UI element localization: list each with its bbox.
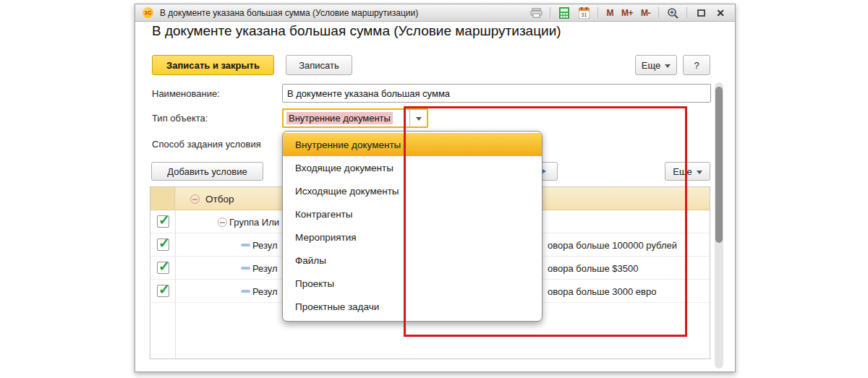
screenshot-canvas: 1С В документе указана большая сумма (Ус… [0, 0, 868, 378]
dash-icon [241, 244, 250, 246]
titlebar-separator [550, 7, 550, 18]
memory-m-plus-button[interactable]: M+ [620, 7, 634, 20]
row-checkbox[interactable]: ✓ [157, 239, 169, 251]
window-title: В документе указана большая сумма (Услов… [160, 8, 418, 18]
dash-icon [241, 290, 250, 293]
checkbox-column-header [150, 187, 175, 210]
memory-m-minus-button[interactable]: M- [639, 7, 652, 20]
row-label: Резул [252, 257, 283, 280]
add-condition-label: Добавить условие [167, 166, 247, 177]
vertical-scrollbar[interactable] [715, 82, 723, 369]
save-and-close-button[interactable]: Записать и закрыть [152, 55, 274, 75]
combo-dropdown-button[interactable] [409, 110, 427, 126]
row-label: Резул [252, 233, 283, 257]
save-label: Записать [299, 60, 339, 71]
save-and-close-label: Записать и закрыть [166, 60, 260, 71]
dropdown-item[interactable]: Внутренние документы [283, 133, 542, 156]
collapse-icon[interactable] [218, 218, 227, 227]
object-type-combobox[interactable]: Внутренние документы [282, 108, 428, 128]
row-right-text: овора больше 3000 евро [548, 280, 656, 303]
check-icon: ✓ [158, 235, 170, 252]
dropdown-item[interactable]: Контрагенты [283, 202, 542, 225]
memory-m-button[interactable]: M [605, 7, 615, 20]
chevron-down-icon [416, 117, 422, 121]
row-right-text: овора больше 100000 рублей [548, 233, 677, 257]
dash-icon [241, 267, 250, 270]
save-button[interactable]: Записать [286, 55, 352, 75]
titlebar-separator [597, 7, 598, 18]
column-separator [175, 187, 176, 358]
condition-method-label: Способ задания условия [152, 139, 261, 150]
object-type-label: Тип объекта: [152, 113, 208, 124]
row-right-text: овора больше $3500 [548, 257, 638, 280]
dropdown-item[interactable]: Файлы [283, 249, 542, 272]
calendar-icon[interactable]: 31 [576, 7, 591, 20]
more-label: Еще [642, 60, 660, 71]
dropdown-item[interactable]: Исходящие документы [283, 179, 542, 202]
titlebar-separator [686, 7, 687, 18]
calculator-icon[interactable] [557, 7, 571, 20]
titlebar[interactable]: 1С В документе указана большая сумма (Ус… [135, 4, 735, 22]
object-type-dropdown-list[interactable]: Внутренние документы Входящие документы … [282, 131, 542, 322]
add-condition-button[interactable]: Добавить условие [151, 162, 263, 181]
name-field-label: Наименование: [152, 88, 220, 99]
row-label: Резул [252, 280, 283, 303]
page-title: В документе указана большая сумма (Услов… [152, 23, 561, 39]
row-label: Группа Или [229, 210, 283, 233]
chevron-down-icon [697, 171, 702, 174]
dropdown-item[interactable]: Входящие документы [283, 156, 542, 179]
1c-logo-icon: 1С [142, 7, 153, 18]
name-input[interactable] [282, 84, 711, 103]
object-type-value: Внутренние документы [286, 112, 393, 124]
row-checkbox[interactable]: ✓ [157, 215, 169, 228]
collapse-icon[interactable] [190, 194, 200, 204]
row-checkbox[interactable]: ✓ [157, 285, 169, 297]
more-button-top[interactable]: Еще [635, 55, 677, 75]
print-icon[interactable] [529, 7, 543, 20]
more-label: Еще [673, 166, 692, 177]
dropdown-item[interactable]: Проектные задачи [283, 295, 542, 318]
titlebar-separator [658, 7, 659, 18]
dropdown-item[interactable]: Мероприятия [283, 225, 542, 249]
chevron-down-icon [665, 64, 671, 68]
scrollbar-thumb[interactable] [715, 87, 723, 243]
svg-text:31: 31 [582, 12, 587, 17]
more-button-conditions[interactable]: Еще [665, 162, 710, 181]
close-icon[interactable]: ✕ [713, 7, 728, 20]
check-icon: ✓ [158, 258, 170, 275]
row-checkbox[interactable]: ✓ [157, 262, 169, 274]
dropdown-item[interactable]: Проекты [283, 272, 542, 295]
zoom-in-icon[interactable] [665, 7, 680, 20]
check-icon: ✓ [158, 212, 170, 228]
app-window: 1С В документе указана большая сумма (Ус… [135, 4, 736, 372]
help-button[interactable]: ? [683, 55, 710, 75]
help-label: ? [694, 60, 699, 71]
maximize-icon[interactable] [694, 7, 708, 20]
check-icon: ✓ [158, 281, 170, 298]
